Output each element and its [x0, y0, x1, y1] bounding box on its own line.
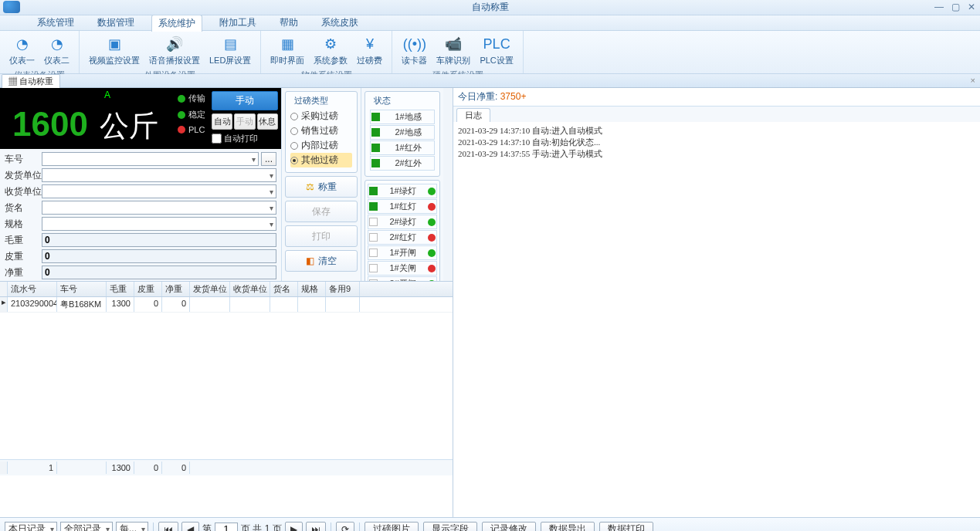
- filter-select[interactable]: 全部记录: [60, 522, 113, 532]
- auto-print-checkbox[interactable]: 自动打印: [212, 133, 278, 144]
- menu-item[interactable]: 系统管理: [31, 15, 80, 31]
- signal-row[interactable]: 2#绿灯: [368, 215, 437, 229]
- weigh-type-option[interactable]: 其他过磅: [290, 153, 352, 167]
- log-tab[interactable]: 日志: [456, 108, 490, 122]
- col-sender[interactable]: 发货单位: [190, 282, 230, 296]
- ribbon-button[interactable]: ◔仪表一: [5, 32, 39, 68]
- pager-action-button[interactable]: 数据导出: [541, 522, 595, 532]
- weigh-type-option[interactable]: 内部过磅: [290, 138, 352, 153]
- ribbon-button[interactable]: ((•))读卡器: [397, 32, 432, 68]
- ribbon-icon: ▤: [220, 34, 240, 54]
- sensor-row: 2#红外: [370, 156, 435, 171]
- menu-item[interactable]: 数据管理: [91, 15, 141, 31]
- doc-tab[interactable]: ▦ 自动称重: [2, 74, 60, 88]
- weigh-type-title: 过磅类型: [292, 95, 331, 107]
- signal-row[interactable]: 2#红灯: [368, 230, 437, 245]
- ribbon-button[interactable]: ⚙系统参数: [309, 32, 352, 68]
- square-icon: [369, 233, 378, 242]
- signal-row[interactable]: 1#开闸: [368, 245, 437, 260]
- pager-action-button[interactable]: 显示字段: [423, 522, 477, 532]
- ribbon-button[interactable]: 🔊语音播报设置: [144, 32, 205, 68]
- pager-action-button[interactable]: 数据打印: [599, 522, 653, 532]
- receiver-input[interactable]: [42, 184, 276, 198]
- pagesize-select[interactable]: 每...: [116, 522, 148, 532]
- col-spare[interactable]: 备用9: [326, 282, 360, 296]
- weight-display: A 1600 公斤 传输稳定PLC: [0, 88, 209, 149]
- col-gross[interactable]: 毛重: [107, 282, 134, 296]
- square-icon: [369, 249, 378, 257]
- log-textarea[interactable]: 2021-03-29 14:37:10 自动:进入自动模式 2021-03-29…: [453, 122, 980, 517]
- ribbon-button[interactable]: 📹车牌识别: [432, 32, 475, 68]
- ribbon-button[interactable]: ¥过磅费: [352, 32, 387, 68]
- table-row[interactable]: ▸ 2103290004 粤B168KM 1300 0 0: [0, 297, 453, 313]
- goods-label: 货名: [5, 201, 42, 215]
- dot-icon: [178, 95, 185, 103]
- app-logo-icon: [3, 1, 20, 13]
- save-button[interactable]: 保存: [285, 201, 358, 222]
- doc-tab-icon: ▦: [8, 76, 19, 86]
- signal-row[interactable]: 1#绿灯: [368, 184, 437, 198]
- weigh-type-option[interactable]: 销售过磅: [290, 123, 352, 138]
- sender-input[interactable]: [42, 168, 276, 182]
- ribbon-button[interactable]: ▤LED屏设置: [205, 32, 256, 68]
- col-tare[interactable]: 皮重: [134, 282, 162, 296]
- scale-icon: ⚖: [306, 181, 314, 192]
- scope-select[interactable]: 本日记录: [5, 522, 57, 532]
- ribbon-button[interactable]: ▦即时界面: [266, 32, 309, 68]
- col-car[interactable]: 车号: [57, 282, 107, 296]
- ribbon-button[interactable]: PLCPLC设置: [475, 32, 517, 68]
- status-panel: 状态 1#地感2#地感1#红外2#红外 1#绿灯1#红灯2#绿灯2#红灯1#开闸…: [361, 88, 443, 281]
- weigh-type-option[interactable]: 采购过磅: [290, 109, 352, 123]
- ribbon-button[interactable]: ▣视频监控设置: [84, 32, 144, 68]
- mode-rest-button[interactable]: 休息: [257, 113, 278, 130]
- next-page-button[interactable]: ▶: [285, 522, 303, 532]
- cell-serial: 2103290004: [8, 297, 57, 312]
- ribbon-label: 过磅费: [357, 55, 382, 66]
- tare-label: 皮重: [5, 250, 42, 263]
- today-net-summary: 今日净重: 3750+: [453, 88, 980, 107]
- square-icon: [369, 187, 378, 195]
- signal-row[interactable]: 1#关闸: [368, 261, 437, 276]
- records-grid[interactable]: 流水号 车号 毛重 皮重 净重 发货单位 收货单位 货名 规格 备用9 ▸ 21…: [0, 281, 453, 517]
- menu-item[interactable]: 系统维护: [151, 15, 202, 32]
- status-light: PLC: [178, 125, 205, 134]
- ribbon-icon: 🔊: [164, 34, 185, 54]
- weigh-button[interactable]: ⚖称重: [285, 176, 358, 198]
- col-receiver[interactable]: 收货单位: [230, 282, 270, 296]
- page-label-2: 页 共 1 页: [241, 523, 282, 531]
- menu-item[interactable]: 附加工具: [213, 15, 263, 31]
- prev-page-button[interactable]: ◀: [181, 522, 199, 532]
- menu-item[interactable]: 帮助: [273, 15, 304, 31]
- col-spec[interactable]: 规格: [298, 282, 326, 296]
- spec-input[interactable]: [42, 217, 276, 231]
- ribbon: ◔仪表一◔仪表二仪表设备设置▣视频监控设置🔊语音播报设置▤LED屏设置外围设备设…: [0, 31, 980, 74]
- goods-input[interactable]: [42, 201, 276, 215]
- signal-row[interactable]: 1#红灯: [368, 199, 437, 214]
- cell-car: 粤B168KM: [57, 297, 107, 312]
- maximize-icon[interactable]: ▢: [951, 2, 960, 12]
- menu-item[interactable]: 系统皮肤: [315, 15, 365, 31]
- doc-tab-close-icon[interactable]: ×: [971, 76, 975, 85]
- col-serial[interactable]: 流水号: [8, 282, 57, 296]
- page-input[interactable]: [215, 523, 238, 532]
- refresh-button[interactable]: ⟳: [336, 522, 354, 532]
- pager-action-button[interactable]: 过磅图片: [365, 522, 419, 532]
- ribbon-label: 仪表二: [44, 55, 70, 66]
- last-page-button[interactable]: ⏭: [306, 522, 326, 532]
- print-button[interactable]: 打印: [285, 225, 358, 247]
- minimize-icon[interactable]: —: [934, 2, 944, 12]
- close-icon[interactable]: ✕: [968, 2, 975, 12]
- mode-auto-button[interactable]: 自动: [212, 113, 232, 130]
- ribbon-button[interactable]: ◔仪表二: [39, 32, 74, 68]
- mode-button[interactable]: 手动: [212, 91, 278, 110]
- mode-manual-button[interactable]: 手动: [234, 113, 255, 130]
- car-lookup-button[interactable]: ...: [261, 152, 276, 166]
- col-net[interactable]: 净重: [162, 282, 190, 296]
- col-goods[interactable]: 货名: [270, 282, 298, 296]
- first-page-button[interactable]: ⏮: [158, 522, 178, 532]
- cell-net: 0: [162, 297, 190, 312]
- square-icon: [371, 144, 380, 152]
- car-input[interactable]: [42, 152, 259, 166]
- pager-action-button[interactable]: 记录修改: [482, 522, 536, 532]
- clear-button[interactable]: ◧清空: [285, 250, 358, 272]
